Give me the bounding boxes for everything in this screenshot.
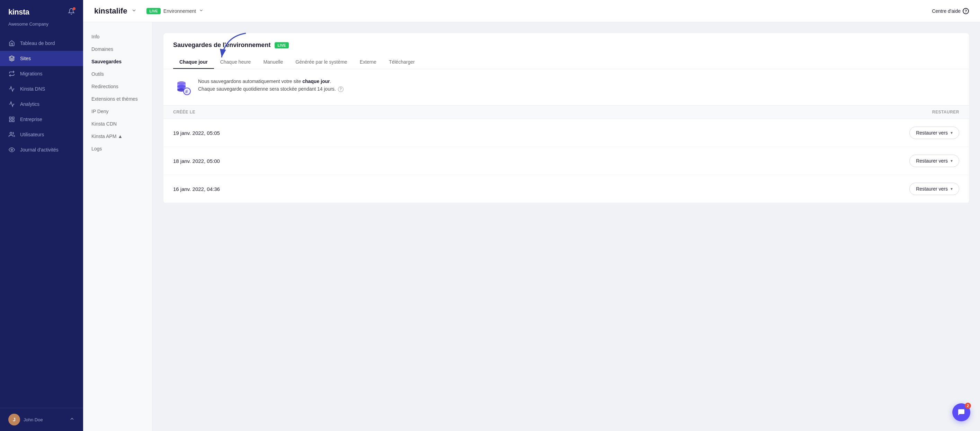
- company-area: Awesome Company: [0, 20, 83, 33]
- svg-rect-2: [13, 117, 14, 119]
- migrations-icon: [8, 70, 15, 77]
- table-header: CRÉÉE LE RESTAURER: [164, 106, 969, 119]
- sub-nav-sauvegardes[interactable]: Sauvegardes: [83, 55, 152, 68]
- tab-manuelle[interactable]: Manuelle: [257, 56, 289, 69]
- notification-bell[interactable]: [68, 8, 75, 16]
- restore-button-1[interactable]: Restaurer vers ▾: [909, 127, 959, 139]
- user-info: J John Doe: [8, 414, 43, 425]
- sub-nav-outils[interactable]: Outils: [83, 68, 152, 80]
- sidebar-item-label: Utilisateurs: [20, 132, 44, 137]
- main-area: kinstalife LIVE Environnement Centre d'a…: [83, 0, 980, 431]
- logo-text: kinsta: [8, 8, 29, 17]
- sidebar-item-label: Journal d'activités: [20, 147, 59, 152]
- sub-nav-extensions[interactable]: Extensions et thèmes: [83, 93, 152, 105]
- card-live-badge: LIVE: [275, 42, 288, 48]
- sidebar-logo-area: kinsta: [0, 0, 83, 20]
- site-name: kinstalife: [94, 6, 127, 16]
- backup-row-1: 19 janv. 2022, 05:05 Restaurer vers ▾: [164, 119, 969, 147]
- restore-chevron-1: ▾: [951, 130, 953, 135]
- restore-chevron-2: ▾: [951, 158, 953, 163]
- sub-nav-redirections[interactable]: Redirections: [83, 80, 152, 93]
- sub-sidebar: Info Domaines Sauvegardes Outils Redirec…: [83, 22, 153, 431]
- home-icon: [8, 40, 15, 47]
- sidebar-item-label: Tableau de bord: [20, 40, 55, 46]
- company-name: Awesome Company: [8, 21, 48, 27]
- info-banner: # Nous sauvegardons automatiquement votr…: [164, 69, 969, 106]
- content-card: Sauvegardes de l'environnement LIVE Chaq…: [164, 33, 969, 203]
- env-chevron[interactable]: [199, 8, 204, 14]
- card-header: Sauvegardes de l'environnement LIVE Chaq…: [164, 33, 969, 69]
- restore-button-3[interactable]: Restaurer vers ▾: [909, 183, 959, 195]
- sidebar-item-analytics[interactable]: Analytics: [0, 97, 83, 112]
- chat-bubble[interactable]: 2: [952, 403, 970, 421]
- eye-icon: [8, 146, 15, 153]
- grid-icon: [8, 116, 15, 123]
- tab-chaque-jour[interactable]: Chaque jour: [173, 56, 214, 69]
- sidebar-item-sites[interactable]: Sites: [0, 51, 83, 66]
- sub-nav-info[interactable]: Info: [83, 30, 152, 43]
- restore-label-2: Restaurer vers: [916, 158, 948, 163]
- backup-date-3: 16 janv. 2022, 04:36: [173, 186, 220, 192]
- layers-icon: [8, 55, 15, 62]
- sidebar-item-utilisateurs[interactable]: Utilisateurs: [0, 127, 83, 142]
- avatar: J: [8, 414, 20, 425]
- tab-systeme[interactable]: Générée par le système: [289, 56, 353, 69]
- backup-row-2: 18 janv. 2022, 05:00 Restaurer vers ▾: [164, 147, 969, 175]
- sidebar-nav: Tableau de bord Sites Migra: [0, 33, 83, 408]
- col-created: CRÉÉE LE: [173, 110, 195, 114]
- arrow-annotation-container: Sauvegardes de l'environnement LIVE Chaq…: [164, 33, 969, 203]
- top-header: kinstalife LIVE Environnement Centre d'a…: [83, 0, 980, 22]
- restore-label-3: Restaurer vers: [916, 186, 948, 192]
- chat-badge: 2: [965, 402, 971, 409]
- sidebar-item-tableau[interactable]: Tableau de bord: [0, 36, 83, 51]
- sub-nav-kinsta-cdn[interactable]: Kinsta CDN: [83, 117, 152, 130]
- col-restore: RESTAURER: [932, 110, 959, 114]
- tab-telecharger[interactable]: Télécharger: [383, 56, 421, 69]
- svg-point-5: [10, 132, 12, 134]
- svg-text:#: #: [185, 89, 188, 94]
- env-label: Environnement: [164, 8, 196, 14]
- svg-rect-4: [10, 120, 11, 122]
- sub-nav-logs[interactable]: Logs: [83, 143, 152, 155]
- site-title-area: kinstalife LIVE Environnement: [94, 6, 204, 16]
- card-title: Sauvegardes de l'environnement: [173, 41, 270, 49]
- tab-externe[interactable]: Externe: [353, 56, 383, 69]
- sub-nav-kinsta-apm[interactable]: Kinsta APM ▲: [83, 130, 152, 143]
- sidebar-item-entreprise[interactable]: Entreprise: [0, 112, 83, 127]
- restore-label-1: Restaurer vers: [916, 130, 948, 136]
- sidebar-item-label: Kinsta DNS: [20, 86, 45, 92]
- info-line1: Nous sauvegardons automatiquement votre …: [198, 79, 302, 84]
- sidebar-item-label: Migrations: [20, 71, 43, 76]
- help-info-icon[interactable]: ?: [338, 87, 344, 92]
- site-dropdown-chevron[interactable]: [131, 8, 137, 14]
- info-line3: Chaque sauvegarde quotidienne sera stock…: [198, 85, 336, 93]
- sidebar-footer: J John Doe: [0, 408, 83, 431]
- sidebar-item-journal[interactable]: Journal d'activités: [0, 142, 83, 157]
- info-text: Nous sauvegardons automatiquement votre …: [198, 78, 344, 93]
- sidebar-item-kinsta-dns[interactable]: Kinsta DNS: [0, 81, 83, 97]
- backup-row-3: 16 janv. 2022, 04:36 Restaurer vers ▾: [164, 175, 969, 203]
- tab-chaque-heure[interactable]: Chaque heure: [214, 56, 257, 69]
- sidebar: kinsta Awesome Company Tableau de bord: [0, 0, 83, 431]
- svg-rect-1: [10, 117, 11, 119]
- svg-marker-0: [10, 56, 14, 59]
- sub-nav-ip-deny[interactable]: IP Deny: [83, 105, 152, 117]
- help-button[interactable]: Centre d'aide ?: [932, 8, 969, 14]
- sidebar-item-label: Entreprise: [20, 117, 42, 122]
- restore-button-2[interactable]: Restaurer vers ▾: [909, 155, 959, 167]
- card-tabs: Chaque jour Chaque heure Manuelle Généré…: [173, 56, 959, 69]
- notification-dot: [73, 7, 75, 10]
- user-name: John Doe: [24, 417, 43, 422]
- user-menu-chevron[interactable]: [69, 416, 75, 423]
- sidebar-item-migrations[interactable]: Migrations: [0, 66, 83, 81]
- chart-icon: [8, 101, 15, 108]
- sub-nav-domaines[interactable]: Domaines: [83, 43, 152, 55]
- main-content: Sauvegardes de l'environnement LIVE Chaq…: [153, 22, 980, 431]
- backup-date-2: 18 janv. 2022, 05:00: [173, 158, 220, 164]
- help-label: Centre d'aide: [932, 8, 961, 14]
- restore-chevron-3: ▾: [951, 187, 953, 191]
- help-icon: ?: [963, 8, 969, 14]
- live-badge: LIVE: [146, 8, 160, 14]
- content-area: Info Domaines Sauvegardes Outils Redirec…: [83, 22, 980, 431]
- backup-icon: #: [173, 78, 192, 97]
